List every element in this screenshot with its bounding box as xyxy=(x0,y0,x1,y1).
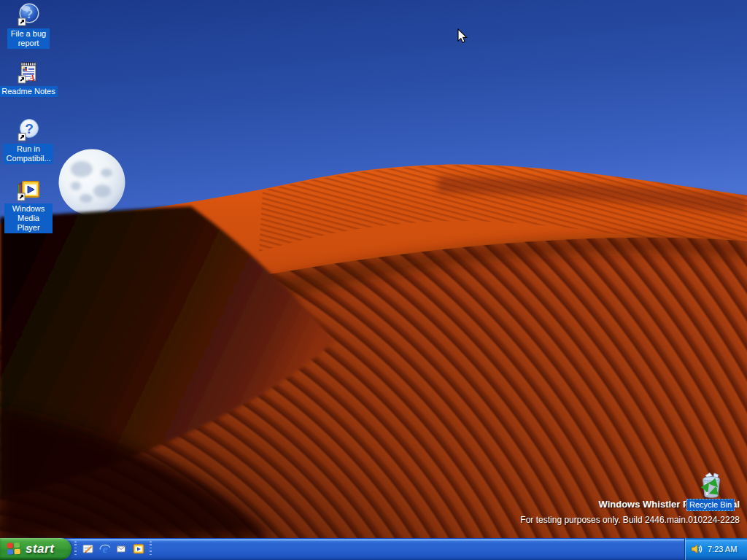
outlook-express-icon[interactable] xyxy=(113,540,130,559)
taskbar-separator xyxy=(150,541,152,557)
start-label: start xyxy=(26,542,58,556)
svg-text:?: ? xyxy=(25,121,34,136)
icon-label: File a bug report xyxy=(7,28,50,49)
shortcut-arrow xyxy=(18,18,26,26)
tray-clock[interactable]: 7:23 AM xyxy=(708,545,737,553)
taskbar: start e xyxy=(0,538,747,560)
taskbar-separator xyxy=(74,541,77,557)
desktop-icon-readme-notes[interactable]: A Readme Notes xyxy=(4,60,53,97)
internet-explorer-icon[interactable]: e xyxy=(96,540,113,559)
watermark-build: For testing purposes only. Build 2446.ma… xyxy=(520,515,740,525)
volume-icon[interactable] xyxy=(690,543,703,555)
show-desktop-icon[interactable] xyxy=(80,540,96,559)
recycle-bin-icon[interactable] xyxy=(695,470,727,501)
help-icon: ? xyxy=(16,117,41,142)
shortcut-arrow xyxy=(18,76,26,83)
desktop-icon-file-a-bug-report[interactable]: ? File a bug report xyxy=(4,2,53,49)
icon-label: Windows Media Player xyxy=(4,203,53,233)
svg-text:?: ? xyxy=(26,7,33,21)
moon xyxy=(59,149,125,216)
shortcut-arrow xyxy=(18,133,26,141)
taskbar-empty-area xyxy=(155,538,684,560)
wallpaper-red-moon-desert xyxy=(0,0,747,538)
shortcut-arrow xyxy=(18,193,25,201)
help-ball-icon: ? xyxy=(16,2,41,27)
desktop: ? File a bug report A Readme Notes xyxy=(0,0,747,538)
svg-text:A: A xyxy=(28,73,35,83)
desktop-icon-run-in-compatibility[interactable]: ? Run in Compatibil... xyxy=(4,117,53,164)
icon-label: Run in Compatibil... xyxy=(4,144,53,164)
quick-launch-bar: e xyxy=(80,538,147,560)
icon-label: Readme Notes xyxy=(0,86,58,97)
system-tray: 7:23 AM xyxy=(684,538,747,560)
media-player-icon[interactable] xyxy=(130,540,147,559)
start-button[interactable]: start xyxy=(0,538,71,560)
desktop-icon-windows-media-player[interactable]: Windows Media Player xyxy=(4,177,53,233)
mouse-cursor xyxy=(457,28,473,44)
notepad-icon: A xyxy=(16,60,41,85)
recycle-bin-label[interactable]: Recycle Bin xyxy=(686,499,735,511)
media-player-icon xyxy=(15,177,42,202)
windows-flag-icon xyxy=(6,541,22,557)
